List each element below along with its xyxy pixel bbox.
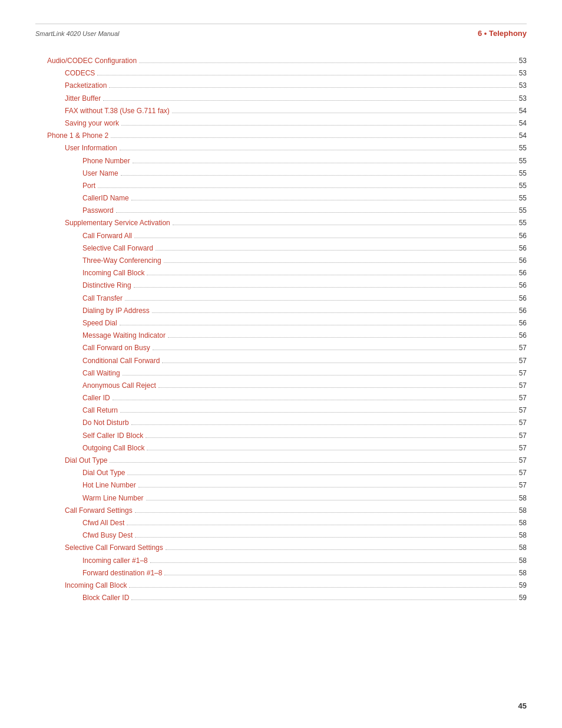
toc-item-dots (116, 212, 517, 213)
toc-item-label: Conditional Call Forward (82, 355, 160, 367)
toc-item-label: FAX without T.38 (Use G.711 fax) (65, 106, 170, 117)
toc-item-label: Dialing by IP Address (82, 305, 150, 317)
toc-item: Port55 (47, 180, 527, 192)
toc-item-label: Call Transfer (82, 293, 123, 304)
toc-item-dots (121, 125, 517, 126)
page: SmartLink 4020 User Manual 6 • Telephony… (0, 0, 562, 728)
toc-item: Packetization53 (47, 80, 527, 91)
toc-item: Caller ID57 (47, 393, 527, 404)
page-header: SmartLink 4020 User Manual 6 • Telephony (35, 24, 527, 38)
toc-item-page: 58 (519, 555, 527, 566)
toc-item: Cfwd Busy Dest58 (47, 530, 527, 541)
toc-item-label: Phone 1 & Phone 2 (47, 130, 108, 141)
toc-item-label: Anonymous Call Reject (82, 380, 156, 391)
toc-item-page: 55 (519, 143, 527, 154)
toc-item-dots (146, 437, 516, 438)
toc-item: Conditional Call Forward57 (47, 355, 527, 367)
toc-item: Phone Number55 (47, 156, 527, 167)
toc-item-dots (113, 400, 517, 400)
toc-item-page: 56 (519, 293, 527, 304)
toc-item: Call Forward All56 (47, 230, 527, 242)
toc-item: Three-Way Conferencing56 (47, 255, 527, 266)
toc-item-label: Caller ID (82, 393, 110, 404)
toc-item-label: Warm Line Number (82, 493, 144, 504)
toc-item-label: Packetization (65, 80, 107, 91)
toc-item: Call Transfer56 (47, 293, 527, 304)
toc-item-page: 55 (519, 205, 527, 216)
toc-item: Call Forward Settings58 (47, 505, 527, 516)
toc-item-page: 58 (519, 530, 527, 541)
toc-item: Saving your work54 (47, 118, 527, 129)
toc-item-dots (129, 587, 516, 588)
toc-item-label: User Name (82, 168, 118, 179)
toc-item-label: Audio/CODEC Configuration (47, 55, 137, 67)
toc-item: User Name55 (47, 168, 527, 179)
toc-item-dots (138, 487, 517, 487)
table-of-contents: Audio/CODEC Configuration53CODECS53Packe… (35, 55, 527, 604)
toc-item-page: 59 (519, 580, 527, 591)
toc-item-dots (120, 150, 517, 150)
toc-item: Cfwd All Dest58 (47, 518, 527, 529)
toc-item-label: Call Forward All (82, 230, 132, 242)
toc-item: Do Not Disturb57 (47, 417, 527, 429)
toc-item-dots (121, 175, 517, 176)
toc-item-dots (125, 300, 517, 301)
toc-item-label: Password (82, 205, 114, 216)
toc-item: Phone 1 & Phone 254 (47, 130, 527, 141)
toc-item-dots (158, 387, 517, 388)
toc-item: CODECS53 (47, 68, 527, 79)
toc-item-dots (166, 549, 517, 550)
toc-item-label: Incoming caller #1–8 (82, 555, 148, 566)
toc-item: Selective Call Forward Settings58 (47, 542, 527, 554)
toc-item-label: Call Return (82, 405, 118, 416)
toc-item: Outgoing Call Block57 (47, 443, 527, 454)
toc-item-page: 55 (519, 218, 527, 229)
toc-item-label: Selective Call Forward Settings (65, 542, 163, 554)
toc-item-label: Three-Way Conferencing (82, 255, 161, 266)
toc-item-page: 57 (519, 368, 527, 379)
toc-item-label: Call Waiting (82, 368, 120, 379)
toc-item-dots (146, 500, 517, 500)
toc-item-dots (120, 412, 517, 413)
toc-item-dots (152, 312, 517, 313)
toc-item: Call Waiting57 (47, 368, 527, 379)
toc-item-dots (134, 287, 517, 288)
toc-item: Incoming caller #1–858 (47, 555, 527, 566)
toc-item-dots (131, 599, 516, 600)
toc-item-page: 58 (519, 493, 527, 504)
toc-item-page: 57 (519, 393, 527, 404)
toc-item-dots (135, 512, 517, 513)
toc-item-page: 55 (519, 193, 527, 204)
toc-item-page: 57 (519, 455, 527, 466)
toc-item-label: Phone Number (82, 156, 130, 167)
toc-item-dots (147, 275, 516, 275)
toc-item: Password55 (47, 205, 527, 216)
toc-item-page: 56 (519, 255, 527, 266)
toc-item-dots (133, 163, 517, 163)
toc-item-dots (172, 113, 517, 113)
toc-item: FAX without T.38 (Use G.711 fax)54 (47, 106, 527, 117)
toc-item-page: 56 (519, 268, 527, 279)
toc-item-page: 55 (519, 156, 527, 167)
toc-item-dots (109, 87, 516, 88)
toc-item-page: 54 (519, 106, 527, 117)
toc-item-page: 57 (519, 467, 527, 479)
toc-item-page: 54 (519, 118, 527, 129)
toc-item-page: 53 (519, 80, 527, 91)
toc-item-dots (131, 424, 517, 425)
toc-item-page: 53 (519, 68, 527, 79)
toc-item-dots (123, 375, 517, 375)
toc-item: Selective Call Forward56 (47, 243, 527, 254)
toc-item: Warm Line Number58 (47, 493, 527, 504)
toc-item-label: Outgoing Call Block (82, 443, 144, 454)
toc-item-page: 53 (519, 55, 527, 67)
toc-item-page: 55 (519, 180, 527, 192)
toc-item-page: 56 (519, 243, 527, 254)
toc-item-page: 56 (519, 330, 527, 341)
toc-item-dots (173, 225, 517, 225)
toc-item-dots (150, 562, 517, 563)
toc-item-dots (134, 238, 517, 238)
toc-item: Jitter Buffer53 (47, 93, 527, 104)
page-number: 45 (518, 701, 527, 710)
toc-item-page: 56 (519, 280, 527, 291)
